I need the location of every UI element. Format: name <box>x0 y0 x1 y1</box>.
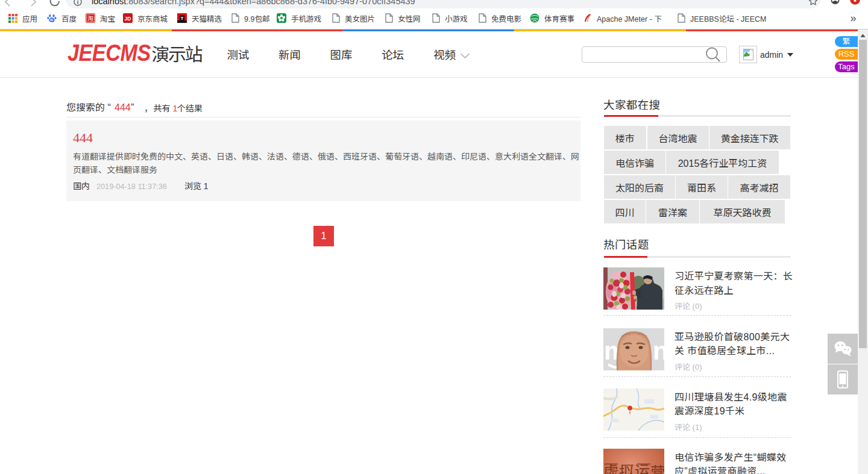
svg-text:虚: 虚 <box>603 459 618 474</box>
svg-text:T: T <box>181 16 184 21</box>
svg-text:n: n <box>653 337 664 365</box>
svg-text:运: 运 <box>635 459 650 474</box>
svg-text:淘: 淘 <box>87 14 93 22</box>
svg-text:JD: JD <box>125 16 131 22</box>
svg-text:营: 营 <box>650 460 664 474</box>
svg-text:拟: 拟 <box>619 460 634 474</box>
